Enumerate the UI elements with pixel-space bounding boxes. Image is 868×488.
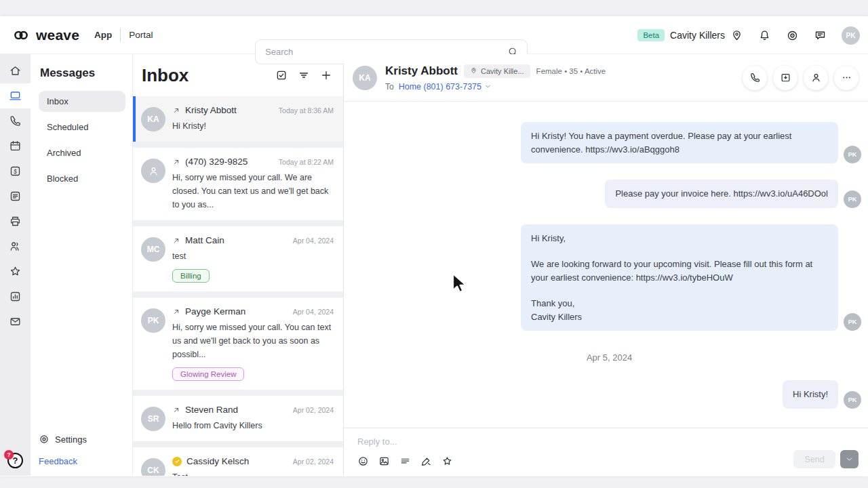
settings-icon[interactable] <box>786 29 799 42</box>
chevron-down-icon <box>845 455 854 464</box>
brand-name: weave <box>36 27 79 43</box>
reply-input[interactable]: Reply to... <box>357 436 857 447</box>
app-window: weave App Portal Beta Cavity Killers PK … <box>0 16 868 476</box>
conversation-preview: Hello from Cavity Killers <box>172 419 334 432</box>
conversation-preview: Hi, sorry we missed your call. You can t… <box>172 321 334 361</box>
outbound-arrow-icon <box>172 158 180 166</box>
send-button[interactable]: Send <box>793 450 835 468</box>
rail-item-print[interactable] <box>0 209 31 234</box>
conversation-item[interactable]: MCMatt CainApr 04, 2024testBilling <box>133 226 343 291</box>
rail-item-home[interactable] <box>0 58 31 83</box>
conversation-item[interactable]: (470) 329-9825Today at 8:22 AMHi, sorry … <box>133 148 343 220</box>
contact-name[interactable]: Kristy Abbott <box>385 64 458 78</box>
location-pin-icon <box>470 67 477 75</box>
settings-gear-icon <box>39 434 50 445</box>
message-row: Hi Kristy,We are looking forward to your… <box>521 224 861 331</box>
outbound-arrow-icon <box>172 237 180 245</box>
settings-button[interactable]: Settings <box>39 434 87 445</box>
contact-meta: Female • 35 • Active <box>536 67 606 75</box>
signature-icon[interactable] <box>420 455 432 467</box>
favorites-star-icon[interactable] <box>441 455 453 467</box>
outbound-arrow-icon <box>172 106 180 115</box>
more-options-button[interactable] <box>834 66 859 90</box>
to-label: To <box>385 82 394 92</box>
to-phone-dropdown[interactable]: Home (801) 673-7375 <box>399 82 492 92</box>
conversation-preview: Hi Kristy! <box>172 119 334 133</box>
conversation-item[interactable]: KAKristy AbbottToday at 8:36 AMHi Kristy… <box>133 96 343 142</box>
message-row: Hi Kristy! You have a payment overdue. P… <box>521 122 861 163</box>
conversation-item[interactable]: CKCassidy KelschApr 02, 2024Test <box>133 447 343 476</box>
notifications-bell-icon[interactable] <box>758 29 771 42</box>
rail-item-phone[interactable] <box>0 108 31 134</box>
nav-item-inbox[interactable]: Inbox <box>39 91 125 112</box>
conversation-preview: Test <box>172 470 334 476</box>
help-notification-badge: ? <box>4 450 14 460</box>
call-button[interactable] <box>743 66 767 90</box>
send-options-button[interactable] <box>840 450 859 468</box>
conversation-item[interactable]: PKPayge KermanApr 04, 2024Hi, sorry we m… <box>133 298 343 390</box>
rail-item-schedule[interactable] <box>0 134 31 159</box>
status-yellow-icon <box>172 457 182 466</box>
conversation-tag: Glowing Review <box>172 367 244 381</box>
message-row: Please pay your invoice here. https://wv… <box>605 180 861 208</box>
location-switcher[interactable]: Beta Cavity Killers <box>637 29 743 42</box>
outbound-arrow-icon <box>172 308 180 316</box>
top-bar: weave App Portal Beta Cavity Killers PK <box>0 16 868 54</box>
user-avatar[interactable]: PK <box>842 26 860 45</box>
messages-nav-items: InboxScheduledArchivedBlocked <box>39 91 125 189</box>
sender-avatar: PK <box>844 391 861 409</box>
location-pin-icon <box>730 29 743 42</box>
rail-item-contacts[interactable] <box>0 234 31 259</box>
new-message-icon[interactable] <box>320 69 332 81</box>
select-multiple-icon[interactable] <box>275 69 288 81</box>
attach-image-icon[interactable] <box>378 455 390 467</box>
feedback-link[interactable]: Feedback <box>39 456 87 466</box>
conversation-preview: test <box>172 249 334 263</box>
rail-item-analytics[interactable] <box>0 284 31 309</box>
weave-brand[interactable]: weave <box>0 27 79 43</box>
main-layout: $ Messages InboxScheduledArchivedBlocked… <box>0 54 868 476</box>
message-row: Hi Kristy!PK <box>783 380 861 409</box>
inbox-list-panel: Inbox KAKristy AbbottToday at 8:36 AMHi … <box>132 54 344 476</box>
schedule-button[interactable] <box>773 66 797 90</box>
templates-icon[interactable] <box>399 455 411 467</box>
rail-item-email[interactable] <box>0 309 31 334</box>
nav-item-archived[interactable]: Archived <box>39 142 125 163</box>
conversation-item[interactable]: SRSteven RandApr 02, 2024Hello from Cavi… <box>133 396 343 441</box>
send-controls: Send <box>793 450 859 468</box>
rail-item-payments[interactable]: $ <box>0 159 31 184</box>
conversation-avatar: MC <box>141 237 165 262</box>
message-bubble: Hi Kristy! You have a payment overdue. P… <box>521 122 838 163</box>
rail-item-fax[interactable] <box>0 184 31 209</box>
app-portal-switch: App Portal <box>94 28 153 42</box>
nav-portal[interactable]: Portal <box>129 30 153 40</box>
contact-avatar: KA <box>353 66 377 90</box>
nav-divider <box>120 28 121 42</box>
weave-logo-icon <box>11 28 31 43</box>
conversation-name: (470) 329-9825 <box>185 157 274 167</box>
ellipsis-icon <box>841 72 852 83</box>
profile-button[interactable] <box>804 66 828 90</box>
conversation-name: Kristy Abbott <box>185 105 274 115</box>
message-bubble: Hi Kristy,We are looking forward to your… <box>521 224 838 331</box>
top-right-cluster: Beta Cavity Killers PK <box>637 16 860 54</box>
message-bubble: Please pay your invoice here. https://wv… <box>605 180 838 208</box>
filter-icon[interactable] <box>298 69 310 81</box>
conversation-avatar: CK <box>141 458 165 476</box>
conversation-tag: Billing <box>172 269 210 283</box>
outbound-arrow-icon <box>172 406 180 414</box>
rail-item-reviews[interactable] <box>0 259 31 284</box>
calendar-download-icon <box>780 72 791 83</box>
feedback-chat-icon[interactable] <box>814 29 827 42</box>
help-button[interactable]: ? ? <box>7 453 23 468</box>
rail-item-messages[interactable] <box>0 83 31 108</box>
emoji-icon[interactable] <box>357 455 369 467</box>
conversation-name: Cassidy Kelsch <box>186 456 288 466</box>
nav-item-blocked[interactable]: Blocked <box>39 168 125 189</box>
conversation-time: Apr 04, 2024 <box>293 308 334 316</box>
reply-bar: Reply to... Send <box>344 428 868 476</box>
help-glyph: ? <box>13 455 18 466</box>
chat-header: KA Kristy Abbott Cavity Kille... Female … <box>344 54 868 102</box>
nav-app[interactable]: App <box>94 30 112 40</box>
nav-item-scheduled[interactable]: Scheduled <box>39 117 125 138</box>
